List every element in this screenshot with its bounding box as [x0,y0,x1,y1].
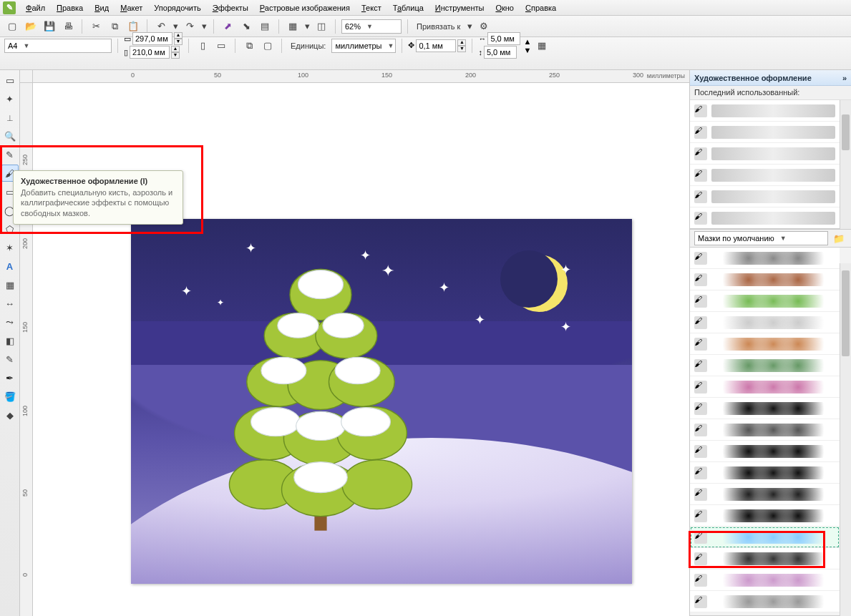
shape-tool-icon[interactable]: ✦ [1,90,19,107]
brush-row[interactable]: 🖌 [690,591,840,612]
page-preset-combo[interactable]: A4 ▼ [4,39,112,53]
nudge-input[interactable] [416,39,456,52]
brush-row[interactable]: 🖌 [690,122,840,143]
spinner-arrows[interactable]: ▲▼ [174,32,183,45]
scrollbar[interactable] [840,100,851,229]
dimension-tool-icon[interactable]: ↔ [1,295,19,312]
interactive-fill-icon[interactable]: ◧ [1,332,19,349]
brush-row[interactable]: 🖌 [690,333,840,355]
app-launcher-icon[interactable]: ▦ [285,19,301,34]
page-width-input[interactable] [132,32,172,45]
stroke-list[interactable]: 🖌🖌🖌🖌🖌🖌🖌🖌🖌🖌🖌🖌🖌🖌🖌🖌🖌 [690,248,851,616]
print-icon[interactable]: 🖶 [60,19,76,34]
menu-tools[interactable]: Инструменты [429,1,490,14]
brush-row[interactable]: 🖌 [690,527,840,548]
crop-tool-icon[interactable]: ⟂ [1,109,19,126]
options-icon[interactable]: ▦ [534,38,550,54]
brush-row[interactable]: 🖌 [690,398,840,419]
brush-row[interactable]: 🖌 [690,248,840,269]
dup-x-input[interactable] [487,32,520,45]
publish-pdf-icon[interactable]: ▤ [257,19,273,34]
spinner-arrows[interactable]: ▲▼ [523,37,531,54]
current-page-icon[interactable]: ▢ [260,38,276,54]
brush-row[interactable]: 🖌 [690,165,840,186]
nudge-field[interactable]: ✥ ▲▼ [408,39,466,52]
redo-dropdown-icon[interactable]: ▾ [200,19,208,34]
menu-help[interactable]: Справка [520,1,562,14]
brush-row[interactable]: 🖌 [690,100,840,122]
basic-shapes-tool-icon[interactable]: ✶ [1,239,19,256]
page-width-field[interactable]: ▭ ▲▼ [124,32,183,45]
brush-row[interactable]: 🖌 [690,355,840,376]
scrollbar[interactable] [840,263,851,616]
canvas[interactable]: ✦ ✦ ✦ ✦ ✦ ✦ ✦ ✦ ✦ [33,83,689,616]
cut-icon[interactable]: ✂ [88,19,104,34]
menu-text[interactable]: Текст [356,1,387,14]
chevron-right-icon[interactable]: » [842,74,847,82]
units-combo[interactable]: миллиметры ▼ [331,39,396,53]
dup-y-field[interactable]: ↕ [478,46,520,59]
brush-row[interactable]: 🖌 [690,505,840,527]
interactive-tool-icon[interactable]: ◆ [1,406,19,424]
menu-view[interactable]: Вид [89,1,115,14]
scroll-thumb[interactable] [842,114,850,150]
portrait-icon[interactable]: ▯ [195,38,210,54]
menu-table[interactable]: Таблица [387,1,429,14]
scroll-thumb[interactable] [842,270,850,356]
brush-row[interactable]: 🖌 [690,376,840,398]
outline-tool-icon[interactable]: ✒ [1,369,19,386]
brush-row[interactable]: 🖌 [690,462,840,484]
fill-tool-icon[interactable]: 🪣 [1,388,19,405]
menu-arrange[interactable]: Упорядочить [148,1,206,14]
spinner-arrows[interactable]: ▲▼ [171,46,180,59]
dup-x-field[interactable]: ↔ [478,32,520,45]
all-pages-icon[interactable]: ⧉ [241,38,257,54]
save-icon[interactable]: 💾 [42,19,57,34]
page-height-input[interactable] [130,46,170,59]
zoom-tool-icon[interactable]: 🔍 [1,127,19,145]
eyedropper-tool-icon[interactable]: ✎ [1,351,19,368]
document-page[interactable]: ✦ ✦ ✦ ✦ ✦ ✦ ✦ ✦ ✦ [131,219,632,584]
import-icon[interactable]: ⬈ [220,19,235,34]
last-used-list[interactable]: 🖌🖌🖌🖌🖌🖌 [690,100,851,229]
menu-edit[interactable]: Правка [51,1,89,14]
dup-y-input[interactable] [484,46,517,59]
table-tool-icon[interactable]: ▦ [1,276,19,293]
ruler-vertical[interactable]: 250 200 150 100 50 0 [20,83,33,616]
menu-bitmaps[interactable]: Растровые изображения [254,1,356,14]
app-launcher-dropdown[interactable]: ▾ [303,19,311,34]
menu-layout[interactable]: Макет [115,1,148,14]
page-height-field[interactable]: ▯ ▲▼ [124,46,183,59]
brush-row[interactable]: 🖌 [690,484,840,505]
brush-row[interactable]: 🖌 [690,143,840,165]
welcome-icon[interactable]: ◫ [313,19,329,34]
new-icon[interactable]: ▢ [4,19,20,34]
brush-row[interactable]: 🖌 [690,290,840,312]
zoom-combo[interactable]: 62% ▼ [341,19,402,34]
brush-row[interactable]: 🖌 [690,548,840,569]
freehand-tool-icon[interactable]: ✎ [1,146,19,163]
menu-file[interactable]: Файл [20,1,51,14]
copy-icon[interactable]: ⧉ [107,19,122,34]
brush-row[interactable]: 🖌 [690,186,840,207]
landscape-icon[interactable]: ▭ [213,38,229,54]
brush-row[interactable]: 🖌 [690,269,840,290]
menu-effects[interactable]: Эффекты [207,1,254,14]
brush-row[interactable]: 🖌 [690,312,840,333]
stroke-category-combo[interactable]: Мазки по умолчанию ▼ [694,231,828,245]
ruler-horizontal[interactable]: 0 50 100 150 200 250 300 миллиметры [33,70,689,83]
folder-icon[interactable]: 📁 [831,230,847,246]
export-icon[interactable]: ⬊ [238,19,254,34]
pick-tool-icon[interactable]: ▭ [1,72,19,89]
brush-row[interactable]: 🖌 [690,207,840,229]
text-tool-icon[interactable]: A [1,258,19,275]
snap-dropdown[interactable]: ▾ [466,19,473,34]
menu-window[interactable]: Окно [490,1,520,14]
brush-row[interactable]: 🖌 [690,419,840,441]
ruler-corner[interactable] [20,70,33,83]
docker-title-bar[interactable]: Художественное оформление » [690,70,851,86]
spinner-arrows[interactable]: ▲▼ [457,39,466,52]
redo-icon[interactable]: ↷ [182,19,198,34]
brush-row[interactable]: 🖌 [690,441,840,462]
brush-row[interactable]: 🖌 [690,569,840,591]
